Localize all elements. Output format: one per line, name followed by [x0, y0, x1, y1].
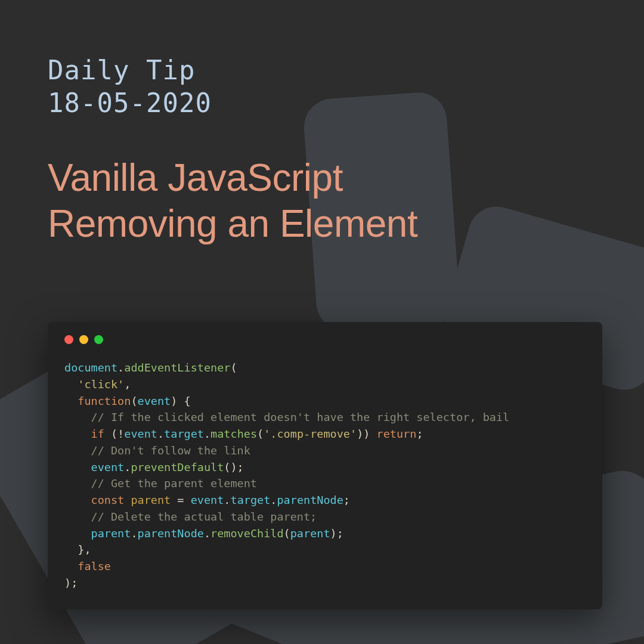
- tok: return: [377, 428, 417, 440]
- tok: event: [91, 461, 125, 473]
- tok: target: [231, 494, 271, 506]
- minimize-icon: [79, 335, 88, 344]
- tok: .: [124, 461, 131, 473]
- tok: [64, 510, 91, 523]
- tok: // If the clicked element doesn't have t…: [91, 411, 510, 423]
- tok: [64, 395, 78, 407]
- tok: if: [91, 428, 104, 440]
- tok: [124, 494, 131, 506]
- tok: parent: [91, 527, 131, 540]
- code-window: document.addEventListener( 'click', func…: [48, 322, 602, 609]
- tok: document: [64, 361, 117, 374]
- tok: (: [257, 428, 264, 440]
- tok: },: [78, 543, 91, 556]
- tok: [64, 543, 78, 556]
- tok: event: [138, 395, 171, 407]
- tok: [64, 560, 78, 572]
- tok: );: [64, 577, 78, 589]
- window-traffic-lights: [64, 335, 586, 344]
- page-title: Vanilla JavaScript Removing an Element: [48, 155, 596, 247]
- tok: '.comp-remove': [264, 428, 357, 440]
- tok: (!: [104, 428, 124, 440]
- tok: event: [124, 428, 157, 440]
- tok: )): [357, 428, 376, 440]
- tok: [64, 444, 91, 457]
- subtitle-label: Daily Tip: [48, 54, 596, 86]
- tok: );: [330, 527, 343, 540]
- tok: 'click': [78, 378, 124, 391]
- tok: preventDefault: [131, 461, 224, 473]
- tok: parentNode: [277, 494, 343, 506]
- tok: (: [230, 361, 237, 374]
- tok: [64, 477, 91, 490]
- tok: addEventListener: [124, 361, 230, 374]
- tok: event: [191, 494, 224, 506]
- tok: ;: [416, 428, 423, 440]
- tok: (: [284, 527, 290, 540]
- tok: // Don't follow the link: [91, 444, 250, 457]
- tok: [64, 428, 91, 440]
- tok: .: [270, 494, 277, 506]
- tok: const: [91, 494, 125, 506]
- tok: ;: [343, 494, 350, 506]
- tok: parent: [290, 527, 330, 540]
- tok: [64, 378, 78, 391]
- subtitle-date: 18-05-2020: [48, 86, 596, 119]
- maximize-icon: [94, 335, 103, 344]
- tok: .: [131, 527, 137, 540]
- tok: matches: [210, 428, 257, 440]
- tok: target: [164, 428, 204, 440]
- tok: ,: [124, 378, 131, 391]
- tok: [64, 461, 91, 473]
- tok: false: [78, 560, 111, 572]
- tok: .: [157, 428, 164, 440]
- code-block: document.addEventListener( 'click', func…: [64, 360, 586, 592]
- tok: parent: [131, 494, 171, 506]
- title-line-2: Removing an Element: [48, 201, 596, 247]
- tok: parentNode: [138, 527, 204, 540]
- subtitle: Daily Tip 18-05-2020: [48, 54, 596, 119]
- tok: ) {: [171, 395, 190, 407]
- close-icon: [64, 335, 73, 344]
- tok: =: [171, 494, 190, 506]
- tok: ();: [224, 461, 243, 473]
- tok: .: [204, 428, 210, 440]
- tok: (: [131, 395, 137, 407]
- tok: [64, 411, 91, 423]
- tok: removeChild: [210, 527, 284, 540]
- tok: // Get the parent element: [91, 477, 257, 490]
- tok: // Delete the actual table parent;: [91, 510, 317, 523]
- tok: [64, 494, 91, 506]
- tok: .: [204, 527, 210, 540]
- tok: .: [224, 494, 230, 506]
- title-line-1: Vanilla JavaScript: [48, 155, 596, 201]
- tok: .: [117, 361, 124, 374]
- tok: function: [78, 395, 131, 407]
- tok: [64, 527, 91, 540]
